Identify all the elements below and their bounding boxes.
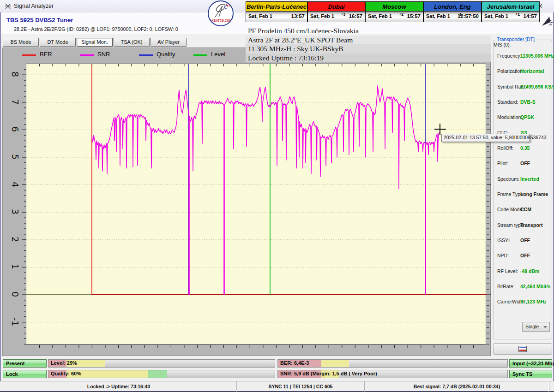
crosshair-cursor-icon bbox=[440, 124, 440, 135]
lock-indicator[interactable]: Lock bbox=[3, 370, 47, 378]
av-player-button[interactable]: AV Player bbox=[151, 38, 187, 47]
transponder-row-value: 11305,006 MHz bbox=[520, 53, 554, 59]
stream-window-icon bbox=[518, 346, 527, 352]
clock-date: Sat, Feb 1 bbox=[368, 13, 392, 19]
transponder-row-value: CCM bbox=[520, 207, 531, 212]
clock-utc-offset: +3 bbox=[341, 12, 345, 17]
legend-quality-line bbox=[139, 54, 153, 56]
clock-time-row: Sat, Feb 1 -1 12:57:50 bbox=[424, 12, 481, 21]
clock-utc-offset: +1 bbox=[515, 12, 520, 17]
clock-city: Jerusalem-Israel bbox=[482, 2, 539, 12]
tuner-title: TBS 5925 DVBS2 Tuner bbox=[6, 17, 73, 24]
clock-london: London, Eng Sat, Feb 1 -1 12:57:50 bbox=[423, 1, 482, 22]
dt-mode-button[interactable]: DT Mode bbox=[40, 38, 76, 47]
tuner-subtitle: 28.2E - Astra 2E/2F/2G (ID: 0282) @ LOF1… bbox=[14, 26, 178, 32]
transponder-row-label: BitRate: bbox=[497, 284, 514, 289]
sync-ts-button[interactable]: Sync TS bbox=[509, 370, 552, 378]
present-indicator[interactable]: Present bbox=[3, 359, 47, 368]
clock-time: 13:57 bbox=[291, 13, 305, 19]
clock-city: London, Eng bbox=[424, 2, 481, 12]
bs-mode-button[interactable]: BS Mode bbox=[3, 38, 39, 47]
transponder-row-value: 42,464 Mbit/s bbox=[520, 284, 550, 289]
signal-chart-panel: BER SNR Quality Level 876543210-1 bbox=[2, 48, 491, 356]
input-bitrate-button[interactable]: Input (~32,31 Mbps) bbox=[509, 359, 552, 368]
transponder-row-label: Modulation: bbox=[497, 114, 522, 120]
transponder-row-value: Horizontal bbox=[520, 68, 544, 74]
clock-city: Dubai bbox=[308, 2, 365, 12]
level-progressbar: Level: 29% bbox=[48, 359, 275, 368]
snr-label: SNR: 5,9 dB (Margin: 1,5 dB | Very Poor) bbox=[280, 371, 377, 376]
clock-time-row: Sat, Feb 1 13:57 bbox=[246, 12, 307, 21]
chart-value-tooltip: 2025-02-01 13.57.50, value: 5,9000000953… bbox=[441, 134, 530, 142]
transponder-row-value: -48 dBm bbox=[520, 268, 539, 274]
clock-moscow: Moscow Sat, Feb 1 +2 15:57 bbox=[365, 1, 423, 22]
quality-progressbar: Quality: 60% bbox=[48, 370, 275, 378]
clock-city: Berlin-Paris-Lučenec bbox=[246, 2, 307, 12]
y-axis-label: 1 bbox=[10, 260, 20, 273]
y-axis-label: 8 bbox=[10, 67, 20, 81]
clock-date: Sat, Feb 1 bbox=[248, 13, 272, 19]
transponder-row-value: OFF bbox=[520, 238, 530, 243]
transponder-row-value: OFF bbox=[520, 253, 530, 258]
transponder-row-value: DVB-S bbox=[520, 99, 536, 105]
transponder-row-label: Standard: bbox=[497, 99, 518, 105]
transponder-row-label: Pilot: bbox=[497, 160, 508, 166]
signal-mon-button[interactable]: Signal Mon. bbox=[77, 38, 113, 47]
signal-plot-area[interactable] bbox=[26, 64, 486, 344]
mis-dropdown[interactable]: Single bbox=[522, 322, 550, 332]
transponder-row-value: 27499,696 KS/s bbox=[520, 84, 554, 89]
transponder-groupbox: Frequency:11305,006 MHzPolarization:Hori… bbox=[493, 40, 552, 339]
legend-ber-label: BER bbox=[40, 51, 52, 58]
clock-time: 15:57 bbox=[407, 13, 421, 19]
receiver-info-block: PF Prodelin 450 cm/Lučenec-Slovakia Astr… bbox=[246, 26, 491, 62]
y-axis-label: 2 bbox=[10, 232, 20, 246]
transponder-row-value: OFF bbox=[520, 160, 530, 166]
y-axis-label: 4 bbox=[10, 178, 20, 191]
clock-dubai: Dubai Sat, Feb 1 +3 16:57 bbox=[307, 1, 365, 22]
statusbar-best-signal: Best signal: 7,7 dB (2025-02-01 00:34) bbox=[365, 381, 549, 392]
clock-time: 14:57 bbox=[524, 13, 537, 19]
satellite-dish-icon bbox=[209, 1, 233, 20]
y-axis-label: 7 bbox=[10, 95, 20, 109]
statusbar-uptime: Locked -> Uptime: 73:16:40 bbox=[1, 381, 237, 392]
y-axis-label: 0 bbox=[10, 287, 20, 301]
legend-level-line bbox=[193, 54, 207, 56]
level-label: Level: 29% bbox=[51, 360, 77, 366]
transponder-row-label: NPD: bbox=[497, 253, 509, 258]
snr-trace-svg bbox=[26, 64, 487, 345]
info-line-satellite: Astra 2F at 28.2°E_UK SPOT Beam bbox=[246, 36, 491, 45]
y-axis-label: 6 bbox=[10, 122, 20, 136]
chevron-down-icon bbox=[543, 326, 547, 328]
clock-date: Sat, Feb 1 bbox=[426, 13, 450, 19]
progress-segment bbox=[321, 360, 349, 367]
clock-time: 12:57:50 bbox=[458, 13, 479, 19]
clock-berlin: Berlin-Paris-Lučenec Sat, Feb 1 13:57 bbox=[246, 1, 307, 22]
logo-text: DXSATCS.COM bbox=[209, 19, 233, 22]
info-line-frequency: 11 305 MHz-H : Sky UK-BSkyB bbox=[246, 44, 491, 53]
tsa-button[interactable]: TSA (OK) bbox=[114, 38, 150, 47]
legend-quality-label: Quality bbox=[157, 51, 175, 58]
dxsatcs-logo: DXSATCS.COM bbox=[208, 0, 234, 26]
legend-ber-line bbox=[22, 54, 36, 56]
clock-utc-offset: +2 bbox=[399, 12, 403, 17]
sidebar-tool-button[interactable] bbox=[493, 343, 552, 355]
transponder-row-value: Inverted bbox=[520, 176, 539, 182]
legend-snr-line bbox=[80, 54, 94, 56]
statusbar-sync-counters: SYNC 11 | TEI 1254 | CC 605 bbox=[237, 381, 365, 392]
info-line-antenna: PF Prodelin 450 cm/Lučenec-Slovakia bbox=[246, 26, 491, 36]
transponder-row-value: QPSK bbox=[520, 114, 534, 120]
transponder-row-label: Spectrum: bbox=[497, 176, 519, 182]
transponder-row-label: RF Level: bbox=[497, 268, 518, 274]
transponder-row-value: Transport bbox=[520, 222, 542, 228]
transponder-title: Transponder [DT] bbox=[495, 36, 536, 42]
ber-label: BER: 6,4E-3 bbox=[280, 360, 309, 366]
clock-time-row: Sat, Feb 1 +2 15:57 bbox=[366, 12, 423, 21]
transponder-row-label: RollOff: bbox=[497, 145, 513, 151]
window-border-left bbox=[0, 12, 1, 391]
transponder-row-value: 37,123 MHz bbox=[520, 299, 547, 304]
transponder-row-label: ISSYI bbox=[497, 238, 510, 243]
window-title: Signal Analyzer bbox=[14, 3, 54, 9]
clock-time-row: Sat, Feb 1 +3 16:57 bbox=[308, 12, 365, 21]
y-axis-label: 5 bbox=[10, 150, 20, 164]
app-satellite-icon bbox=[4, 2, 12, 10]
